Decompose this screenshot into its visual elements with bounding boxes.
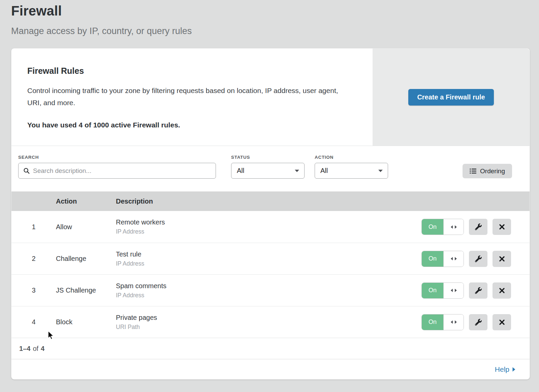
rule-description-cell: Test rule IP Address [116, 250, 421, 267]
column-action-header: Action [56, 198, 116, 205]
search-input[interactable] [33, 167, 211, 175]
rule-description-cell: Private pages URI Path [116, 314, 421, 331]
status-label: STATUS [231, 155, 305, 160]
rule-priority: 1 [11, 223, 56, 231]
search-label: SEARCH [18, 155, 216, 160]
table-row: 2 Challenge Test rule IP Address On [11, 243, 530, 274]
pagination-of: of [33, 345, 38, 353]
edit-rule-button[interactable] [469, 282, 487, 299]
page-title: Firewall [11, 3, 528, 19]
rule-priority: 4 [11, 318, 56, 326]
help-link-label: Help [495, 365, 509, 373]
table-row: 1 Allow Remote workers IP Address On [11, 211, 530, 243]
card-footer: Help [11, 359, 530, 379]
rule-enabled-toggle[interactable]: On [421, 282, 464, 299]
rule-enabled-toggle[interactable]: On [421, 251, 464, 267]
table-header: Action Description [11, 191, 530, 211]
delete-rule-button[interactable] [493, 282, 511, 299]
delete-rule-button[interactable] [493, 251, 511, 267]
pagination-total: 4 [41, 345, 44, 353]
filters-bar: SEARCH STATUS All ACTION All [11, 146, 530, 191]
rule-controls: On [421, 219, 530, 235]
overview-text: Firewall Rules Control incoming traffic … [11, 49, 373, 146]
ordering-button[interactable]: Ordering [463, 164, 512, 178]
search-box [18, 163, 216, 179]
wrench-icon [475, 319, 482, 326]
overview-section: Firewall Rules Control incoming traffic … [11, 49, 530, 146]
edit-rule-button[interactable] [469, 314, 487, 330]
rule-enabled-toggle[interactable]: On [421, 314, 464, 330]
page-header: Firewall Manage access by IP, country, o… [0, 0, 539, 36]
toggle-on-label[interactable]: On [422, 314, 443, 330]
rule-action: Allow [56, 223, 116, 231]
x-icon [499, 288, 505, 294]
action-select-value: All [320, 167, 328, 175]
pagination-bar: 1–4 of 4 [11, 338, 530, 359]
rule-priority: 2 [11, 255, 56, 263]
delete-rule-button[interactable] [493, 219, 511, 235]
search-field-group: SEARCH [18, 155, 216, 179]
rule-description: Private pages [116, 314, 421, 322]
chevron-down-icon [295, 170, 299, 172]
page-subtitle: Manage access by IP, country, or query r… [11, 26, 528, 36]
toggle-arrows-icon[interactable] [443, 283, 464, 298]
usage-summary: You have used 4 of 1000 active Firewall … [27, 121, 349, 129]
rule-priority: 3 [11, 287, 56, 294]
rule-match-type: IP Address [116, 260, 421, 267]
rule-match-type: URI Path [116, 324, 421, 331]
rule-enabled-toggle[interactable]: On [421, 219, 464, 235]
section-heading: Firewall Rules [27, 66, 349, 76]
toggle-on-label[interactable]: On [422, 219, 443, 235]
firewall-rules-card: Firewall Rules Control incoming traffic … [11, 48, 530, 380]
x-icon [499, 319, 505, 325]
delete-rule-button[interactable] [493, 314, 511, 330]
table-row: 4 Block Private pages URI Path On [11, 306, 530, 338]
toggle-arrows-icon[interactable] [443, 219, 464, 235]
rule-controls: On [421, 251, 530, 267]
status-select[interactable]: All [231, 163, 305, 179]
rule-action: Block [56, 318, 116, 326]
x-icon [499, 224, 505, 230]
column-description-header: Description [116, 198, 530, 205]
rule-description: Test rule [116, 250, 421, 258]
x-icon [499, 256, 505, 262]
rule-match-type: IP Address [116, 292, 421, 299]
toggle-on-label[interactable]: On [422, 251, 443, 267]
action-field-group: ACTION All [311, 155, 388, 179]
wrench-icon [475, 287, 482, 294]
chevron-down-icon [378, 170, 383, 172]
rule-controls: On [421, 314, 530, 330]
action-label: ACTION [315, 155, 388, 160]
rule-description-cell: Remote workers IP Address [116, 218, 421, 235]
pagination-range: 1–4 [19, 345, 30, 353]
help-link[interactable]: Help [495, 365, 515, 373]
rule-description: Remote workers [116, 218, 421, 226]
ordering-button-label: Ordering [480, 168, 505, 175]
create-firewall-rule-button[interactable]: Create a Firewall rule [408, 89, 494, 105]
rule-description-cell: Spam comments IP Address [116, 282, 421, 299]
wrench-icon [475, 255, 482, 262]
edit-rule-button[interactable] [469, 251, 487, 267]
help-arrow-icon [512, 367, 515, 372]
section-description: Control incoming traffic to your zone by… [27, 85, 347, 109]
status-select-value: All [237, 167, 244, 175]
rule-controls: On [421, 282, 530, 299]
rule-action: Challenge [56, 255, 116, 263]
rule-action: JS Challenge [56, 287, 116, 294]
wrench-icon [475, 223, 482, 230]
toggle-arrows-icon[interactable] [443, 314, 464, 330]
toggle-on-label[interactable]: On [422, 283, 443, 298]
toggle-arrows-icon[interactable] [443, 251, 464, 267]
rule-description: Spam comments [116, 282, 421, 290]
table-row: 3 JS Challenge Spam comments IP Address … [11, 274, 530, 306]
status-field-group: STATUS All [227, 155, 305, 179]
create-rule-panel: Create a Firewall rule [373, 49, 530, 146]
ordering-list-icon [470, 168, 476, 174]
edit-rule-button[interactable] [469, 219, 487, 235]
rule-match-type: IP Address [116, 228, 421, 235]
search-icon [23, 168, 30, 174]
action-select[interactable]: All [315, 163, 388, 179]
